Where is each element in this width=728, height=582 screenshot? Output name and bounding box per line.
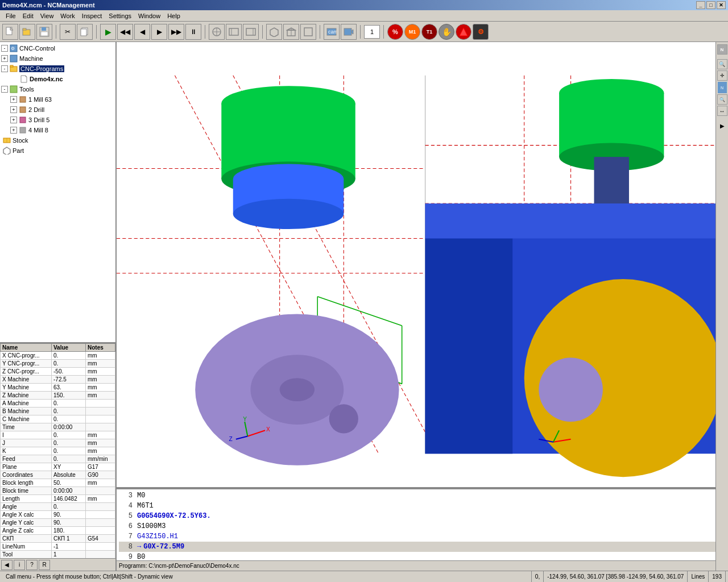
nav-prev-button[interactable]: ◀ xyxy=(1,560,13,570)
rewind-button[interactable]: ◀◀ xyxy=(117,24,133,40)
menu-work[interactable]: Work xyxy=(57,11,78,20)
tree-item-mill63[interactable]: + 1 Mill 63 xyxy=(1,94,114,105)
expand-mill8[interactable]: + xyxy=(10,127,17,134)
m1-button[interactable]: M1 xyxy=(404,24,420,40)
open-button[interactable] xyxy=(19,24,35,40)
property-cell xyxy=(86,408,115,415)
step-back-button[interactable]: ◀ xyxy=(134,24,150,40)
minimize-button[interactable]: _ xyxy=(696,1,705,9)
tree-item-drill5[interactable]: + 3 Drill 5 xyxy=(1,115,114,125)
menu-settings[interactable]: Settings xyxy=(105,11,135,20)
svg-rect-35 xyxy=(10,86,17,93)
zoom-button[interactable]: cam xyxy=(324,24,340,40)
maximize-button[interactable]: □ xyxy=(706,1,715,9)
play-button[interactable]: ▶ xyxy=(100,24,116,40)
close-button[interactable]: ✕ xyxy=(717,1,726,9)
fast-forward-button[interactable]: ▶▶ xyxy=(168,24,184,40)
property-cell: G90 xyxy=(86,471,115,479)
tree-item-cnc-programs[interactable]: - CNC-Programs xyxy=(1,64,114,74)
property-cell: mm xyxy=(86,439,115,447)
wrench-button[interactable]: ⚙ xyxy=(473,24,489,40)
rt-zoom-icon[interactable]: 🔍 xyxy=(717,94,727,105)
main-area: - ⚙ CNC-Control + Machine - CN xyxy=(0,42,728,571)
cut-button[interactable]: ✂ xyxy=(60,24,76,40)
menu-window[interactable]: Window xyxy=(135,11,164,20)
nc-code-line[interactable]: 5G0G54G90X-72.5Y63. xyxy=(119,511,717,521)
tree-item-stock[interactable]: Stock xyxy=(1,135,114,146)
svg-text:X: X xyxy=(266,426,270,433)
emergency-button[interactable] xyxy=(456,24,471,40)
coord2-text: -124.99, 54.60, 361.07 [385.98 -124.99, … xyxy=(547,573,684,580)
cam-button[interactable] xyxy=(341,24,357,40)
rt-pan-icon[interactable]: ↔ xyxy=(717,106,727,116)
nc-code-line[interactable]: 9B0 xyxy=(119,552,717,560)
t1-button[interactable]: T1 xyxy=(421,24,437,40)
col-name: Name xyxy=(1,344,52,352)
save-button[interactable] xyxy=(36,24,52,40)
rt-search-icon[interactable]: 🔍 xyxy=(717,59,727,69)
property-cell: Plane xyxy=(1,463,52,471)
expand-drill5[interactable]: + xyxy=(10,117,17,123)
rt-move-icon[interactable]: ✛ xyxy=(717,70,727,81)
view-front-button[interactable] xyxy=(300,24,316,40)
menu-inspect[interactable]: Inspect xyxy=(78,11,105,20)
svg-rect-37 xyxy=(20,107,26,113)
tree-item-mill8[interactable]: + 4 Mill 8 xyxy=(1,125,114,135)
cnc-programs-icon xyxy=(9,64,18,73)
settings-button[interactable] xyxy=(226,24,242,40)
view-iso-button[interactable] xyxy=(283,24,299,40)
rt-arrow-right[interactable]: ▶ xyxy=(717,120,727,131)
stop-button[interactable]: ✋ xyxy=(439,24,454,40)
expand-machine[interactable]: + xyxy=(1,55,8,62)
nav-info-button[interactable]: i xyxy=(14,560,25,570)
expand-drill2[interactable]: + xyxy=(10,106,17,113)
tree-item-cnc-control[interactable]: - ⚙ CNC-Control xyxy=(1,43,114,53)
tree-item-machine[interactable]: + Machine xyxy=(1,53,114,64)
rt-n-icon[interactable]: N xyxy=(718,82,727,93)
rt-btn-1[interactable]: N xyxy=(717,44,727,55)
step-forward-button[interactable]: ▶ xyxy=(151,24,167,40)
property-cell: 0. xyxy=(52,415,86,423)
property-cell: 0. xyxy=(52,408,86,415)
menu-file[interactable]: File xyxy=(2,11,19,20)
svg-text:cam: cam xyxy=(328,29,337,35)
nc-code-line[interactable]: 3M0 xyxy=(119,490,717,501)
copy-button[interactable] xyxy=(77,24,93,40)
new-button[interactable] xyxy=(2,24,18,40)
property-cell: 0. xyxy=(52,447,86,455)
expand-cnc-control[interactable]: - xyxy=(1,45,8,52)
expand-tools[interactable]: - xyxy=(1,86,8,93)
nc-code-line[interactable]: 8→G0X-72.5M9 xyxy=(119,542,717,552)
menu-help[interactable]: Help xyxy=(164,11,184,20)
tree-item-part[interactable]: Part xyxy=(1,146,114,156)
tree-item-drill2[interactable]: + 2 Drill xyxy=(1,105,114,115)
menu-edit[interactable]: Edit xyxy=(19,11,37,20)
nav-help-button[interactable]: ? xyxy=(26,560,38,570)
menu-view[interactable]: View xyxy=(37,11,57,20)
tools-icon xyxy=(9,85,18,94)
lines-count: 193 xyxy=(712,573,722,580)
window-controls[interactable]: _ □ ✕ xyxy=(696,1,726,9)
red-button[interactable]: % xyxy=(387,24,403,40)
tree-item-tools[interactable]: - Tools xyxy=(1,84,114,94)
property-cell: 0. xyxy=(52,455,86,463)
view3d-button[interactable] xyxy=(266,24,282,40)
nc-code-line[interactable]: 4M6T1 xyxy=(119,501,717,511)
3d-viewport[interactable]: X Y Z xyxy=(117,42,728,488)
nc-code-line[interactable]: 7G43Z150.H1 xyxy=(119,531,717,542)
property-cell: 1 xyxy=(52,551,86,559)
tool-button[interactable] xyxy=(209,24,225,40)
nc-code-line[interactable]: 6S1000M3 xyxy=(119,521,717,531)
expand-cnc-programs[interactable]: - xyxy=(1,65,8,72)
settings2-button[interactable] xyxy=(243,24,259,40)
svg-rect-31 xyxy=(10,65,13,67)
tree-item-demo4x[interactable]: Demo4x.nc xyxy=(1,74,114,84)
pause-button[interactable]: ⏸ xyxy=(185,24,201,40)
machine-icon xyxy=(9,54,18,63)
property-cell: mm xyxy=(86,495,115,503)
divider4 xyxy=(262,25,263,39)
expand-mill63[interactable]: + xyxy=(10,96,17,103)
speed-input[interactable] xyxy=(364,25,380,39)
nav-r-button[interactable]: R xyxy=(39,560,50,570)
nc-code-view[interactable]: 3M04M6T15G0G54G90X-72.5Y63.6S1000M37G43Z… xyxy=(117,489,719,560)
